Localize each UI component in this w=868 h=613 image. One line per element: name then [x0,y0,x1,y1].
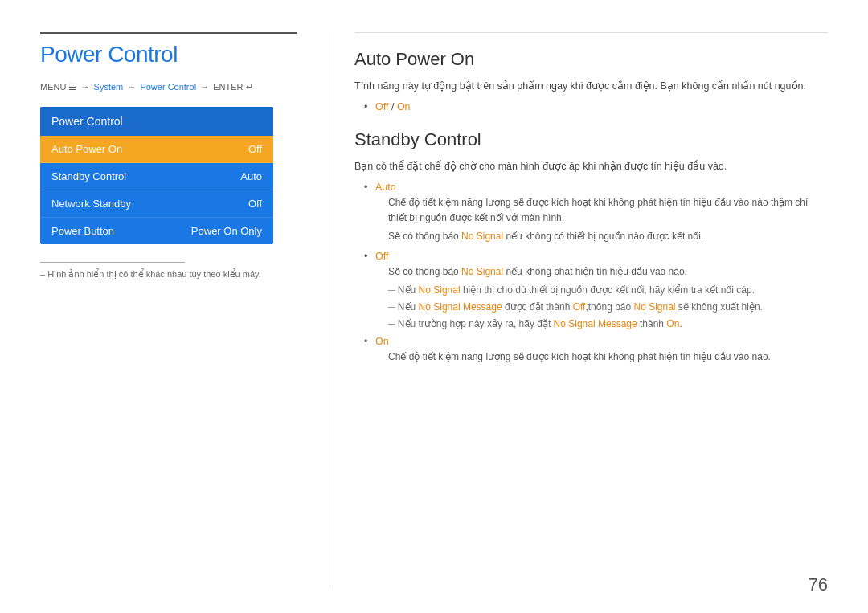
menu-item-network-standby[interactable]: Network Standby Off [40,190,273,218]
menu-box: Power Control Auto Power On Off Standby … [40,107,273,244]
breadcrumb-arrow1: → [81,82,92,92]
menu-item-standby-control[interactable]: Standby Control Auto [40,163,273,190]
section2-bullet-auto: Auto Chế độ tiết kiệm năng lượng sẽ được… [367,179,828,245]
section1-bullet-list: Off / On [367,99,828,115]
menu-item-label: Network Standby [51,198,131,210]
left-panel: Power Control MENU ☰ → System → Power Co… [40,32,330,589]
menu-item-label: Standby Control [51,170,126,182]
off-dash1: Nếu No Signal hiện thị cho dù thiết bị n… [388,283,828,298]
off-dash3: Nếu trường hợp này xảy ra, hãy đặt No Si… [388,317,828,332]
footnote-divider [40,262,185,263]
section1-desc: Tính năng này tự động bật trên sản phẩm … [354,78,828,94]
menu-item-auto-power-on[interactable]: Auto Power On Off [40,136,273,163]
breadcrumb-system: System [94,82,124,92]
footnote: – Hình ảnh hiển thị có thể khác nhau tùy… [40,269,297,280]
menu-item-value: Off [248,198,262,210]
menu-item-label: Auto Power On [51,143,122,155]
breadcrumb-arrow2: → [127,82,138,92]
off-dash2: Nếu No Signal Message được đặt thành Off… [388,300,828,315]
page-number: 76 [809,574,828,595]
section2-bullet-on: On Chế độ tiết kiệm năng lượng sẽ được k… [367,333,828,365]
menu-box-title: Power Control [40,107,273,136]
breadcrumb-arrow3: → [200,82,211,92]
off-sub1: Sẽ có thông báo No Signal nếu không phát… [388,264,828,280]
breadcrumb: MENU ☰ → System → Power Control → ENTER … [40,82,297,92]
menu-item-power-button[interactable]: Power Button Power On Only [40,218,273,244]
on-sub1: Chế độ tiết kiệm năng lượng sẽ được kích… [388,349,828,365]
menu-item-value: Off [248,143,262,155]
right-panel: Auto Power On Tính năng này tự động bật … [330,32,828,589]
breadcrumb-enter: ENTER ↵ [213,82,252,92]
on-label: On [375,336,389,347]
section2-bullet-off: Off Sẽ có thông báo No Signal nếu không … [367,248,828,333]
menu-item-value: Auto [240,170,262,182]
right-top-divider [354,32,828,33]
auto-sub2: Sẽ có thông báo No Signal nếu không có t… [388,229,828,244]
off-label: Off [375,251,388,262]
menu-item-value: Power On Only [191,225,262,237]
section2-desc: Bạn có thể đặt chế độ chờ cho màn hình đ… [354,158,828,174]
auto-sub1: Chế độ tiết kiệm năng lượng sẽ được kích… [388,195,828,226]
section2-bullet-list: Auto Chế độ tiết kiệm năng lượng sẽ được… [367,179,828,366]
page-title: Power Control [40,42,297,67]
section2-title: Standby Control [354,129,828,150]
breadcrumb-power-control: Power Control [140,82,196,92]
top-divider [40,32,297,34]
section1-title: Auto Power On [354,49,828,70]
auto-label: Auto [375,182,396,193]
menu-item-label: Power Button [51,225,114,237]
breadcrumb-menu: MENU ☰ [40,82,76,92]
section1-off-on: Off / On [375,101,411,112]
section1-bullet-item: Off / On [367,99,828,115]
